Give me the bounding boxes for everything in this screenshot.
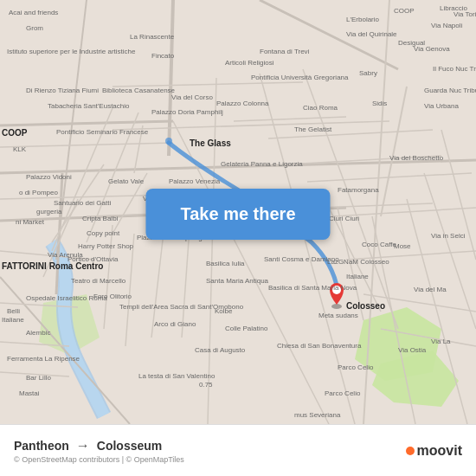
route-arrow: → <box>76 438 90 453</box>
route-display: Pantheon → Colosseum <box>14 438 184 453</box>
take-me-there-button[interactable]: Take me there <box>145 189 330 240</box>
moovit-dot-icon <box>406 447 415 455</box>
moovit-logo: moovit <box>406 443 462 459</box>
svg-point-52 <box>332 286 341 294</box>
moovit-logo-text: moovit <box>417 443 462 459</box>
destination-label: Colosseum <box>97 439 162 453</box>
origin-label: Pantheon <box>14 439 69 453</box>
map-container: COOPThe GlassAcai and friendsGromL'Erbol… <box>0 0 476 424</box>
attribution-text: © OpenStreetMap contributors | © OpenMap… <box>14 455 184 464</box>
footer-bar: Pantheon → Colosseum © OpenStreetMap con… <box>0 424 476 476</box>
footer-route-info: Pantheon → Colosseum © OpenStreetMap con… <box>14 438 184 464</box>
svg-point-53 <box>165 138 172 145</box>
